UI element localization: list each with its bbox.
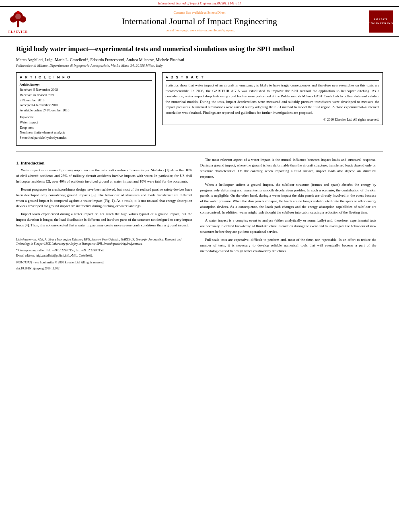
right-para1: The most relevant aspect of a water impa… [200,157,376,180]
authors-text: Marco Anghileri, Luigi-Maria L. Castelle… [16,58,184,62]
body-right-column: The most relevant aspect of a water impa… [200,157,376,271]
article-info-box: A R T I C L E I N F O Article history: R… [16,72,156,146]
keyword-1: Water impact [20,120,152,125]
corresponding-text: * Corresponding author. Tel.: +39 02 239… [16,249,104,252]
right-para2: When a helicopter suffers a ground impac… [200,182,376,216]
elsevier-tree-icon [6,9,30,29]
journal-title-area: Contents lists available at ScienceDirec… [35,11,364,32]
intro-para2: Recent progresses in crashworthiness des… [16,187,192,210]
impact-logo-line2: ENGINEERING [368,22,393,26]
svg-rect-1 [17,21,19,27]
email-text: E-mail address: luigi.castelletti@polimi… [16,254,93,257]
impact-logo-image: IMPACT ENGINEERING [369,10,393,33]
journal-homepage: journal homepage: www.elsevier.com/locat… [35,29,364,32]
received-revised-date: 3 November 2010 [20,98,152,103]
available-online: Available online 24 November 2010 [20,108,152,113]
keyword-4: Smoothed particle hydrodynamics [20,135,152,140]
impact-engineering-logo: IMPACT ENGINEERING [367,10,395,33]
abstract-body: Statistics show that water impact of an … [166,83,379,115]
sciencedirect-prefix: Contents lists available at [174,11,207,14]
article-authors: Marco Anghileri, Luigi-Maria L. Castelle… [16,58,383,62]
homepage-url: www.elsevier.com/locate/ijimpeng [189,29,234,32]
keyword-3: Nonlinear finite element analysis [20,130,152,135]
svg-point-5 [16,11,20,14]
history-label: Article history: [20,83,152,86]
keywords-subsection: Keywords: Water impact Drop tests Nonlin… [20,115,152,140]
journal-header: ELSEVIER Contents lists available at Sci… [0,6,399,37]
abstract-title: A B S T R A C T [166,75,379,81]
svg-point-6 [15,14,21,19]
footnotes-area: List of acronyms: ALE, Arbitrary Lagrang… [16,235,192,271]
body-left-column: 1. Introduction Water impact is an issue… [16,157,192,271]
doi-text: doi:10.1016/j.ijimpeng.2010.11.002 [16,267,60,270]
impact-logo-line1: IMPACT [368,18,393,22]
acronyms-text: List of acronyms: ALE, Arbitrary Lagrang… [16,238,181,246]
article-history-subsection: Article history: Received 5 November 200… [20,83,152,113]
article-info-column: A R T I C L E I N F O Article history: R… [16,72,156,146]
received-revised-label: Received in revised form [20,92,152,98]
keyword-2: Drop tests [20,125,152,130]
issn-line: 0734-743X/$ – see front matter © 2010 El… [16,260,192,265]
abstract-column: A B S T R A C T Statistics show that wat… [162,72,383,146]
keywords-label: Keywords: [20,115,152,119]
section-divider [16,151,383,152]
elsevier-brand-text: ELSEVIER [8,30,28,34]
body-two-column: 1. Introduction Water impact is an issue… [16,157,383,271]
article-info-abstract-section: A R T I C L E I N F O Article history: R… [16,72,383,146]
accepted-date: Accepted 4 November 2010 [20,103,152,108]
intro-para3: Impact loads experienced during a water … [16,212,192,228]
journal-volume-banner: International Journal of Impact Engineer… [0,0,399,6]
sciencedirect-label: Contents lists available at ScienceDirec… [35,11,364,14]
article-info-title: A R T I C L E I N F O [20,75,152,81]
acronym-footnote: List of acronyms: ALE, Arbitrary Lagrang… [16,237,192,246]
article-title: Rigid body water impact—experimental tes… [16,45,383,53]
issn-text: 0734-743X/$ – see front matter © 2010 El… [16,261,104,264]
email-footnote: E-mail address: luigi.castelletti@polimi… [16,253,192,258]
right-para4: Full-scale tests are expensive, difficul… [200,237,376,254]
copyright-text: © 2010 Elsevier Ltd. All rights reserved… [166,117,379,122]
journal-volume-text: International Journal of Impact Engineer… [158,2,241,5]
article-content: Rigid body water impact—experimental tes… [0,37,399,279]
elsevier-logo-area: ELSEVIER [4,9,32,34]
section1-heading: 1. Introduction [16,160,192,165]
abstract-text: Statistics show that water impact of an … [166,83,379,122]
journal-main-title: International Journal of Impact Engineer… [35,16,364,27]
page-wrapper: International Journal of Impact Engineer… [0,0,399,532]
doi-line: doi:10.1016/j.ijimpeng.2010.11.002 [16,266,192,271]
intro-para1: Water impact is an issue of primary impo… [16,168,192,185]
article-affiliation: Politecnico di Milano, Dipartimento di I… [16,64,383,68]
abstract-box: A B S T R A C T Statistics show that wat… [162,72,383,125]
sciencedirect-name: ScienceDirect [208,11,226,14]
received-date: Received 5 November 2008 [20,87,152,92]
corresponding-footnote: * Corresponding author. Tel.: +39 02 239… [16,248,192,253]
right-para3: A water impact is a complex event to ana… [200,218,376,235]
homepage-label: journal homepage: [165,29,189,32]
